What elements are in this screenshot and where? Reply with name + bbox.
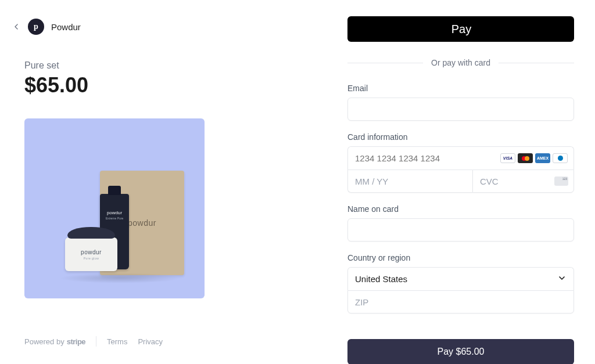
card-brand-icons: VISA AMEX	[500, 153, 568, 163]
amex-icon: AMEX	[535, 153, 550, 163]
email-label: Email	[347, 84, 574, 93]
merchant-name: Powdur	[51, 22, 81, 32]
apple-pay-button[interactable]: Pay	[347, 16, 574, 42]
product-image-jar: powdur Pure glow	[65, 237, 117, 271]
powered-by-label: Powered by	[24, 337, 64, 346]
chevron-down-icon	[557, 273, 567, 284]
product-image-jar-sublabel: Pure glow	[84, 257, 99, 260]
card-expiry-input[interactable]	[347, 170, 472, 193]
pay-button[interactable]: Pay $65.00	[347, 339, 574, 364]
or-divider-text: Or pay with card	[431, 58, 490, 67]
product-image-tube-label: powdur	[107, 210, 122, 215]
footer: Powered by stripe Terms Privacy	[24, 336, 263, 347]
product-image: powdur powdur Extreme Pure powdur Pure g…	[24, 118, 205, 298]
country-label: Country or region	[347, 253, 574, 262]
product-image-jar-label: powdur	[81, 249, 102, 255]
terms-link[interactable]: Terms	[107, 337, 127, 346]
product-image-tube-sublabel: Extreme Pure	[106, 217, 124, 220]
merchant-logo: p	[28, 19, 44, 35]
merchant-header: p Powdur	[12, 19, 263, 35]
zip-input[interactable]	[347, 290, 574, 313]
cvc-hint-icon: 123	[554, 176, 568, 186]
card-field-group: Card information VISA AMEX 123	[347, 132, 574, 193]
name-input[interactable]	[347, 218, 574, 242]
card-number-row: VISA AMEX	[347, 146, 574, 170]
diners-icon	[553, 153, 568, 163]
merchant-logo-letter: p	[34, 22, 38, 31]
name-label: Name on card	[347, 204, 574, 214]
email-field-group: Email	[347, 84, 574, 121]
product-name: Pure set	[24, 60, 263, 71]
country-field-group: Country or region United States	[347, 253, 574, 313]
back-arrow-icon[interactable]	[12, 22, 21, 31]
payment-form-panel: Pay Or pay with card Email Card informat…	[298, 0, 595, 364]
footer-divider	[96, 336, 96, 347]
or-divider: Or pay with card	[347, 58, 574, 67]
visa-icon: VISA	[500, 153, 515, 163]
privacy-link[interactable]: Privacy	[138, 337, 163, 346]
card-label: Card information	[347, 132, 574, 142]
country-selected-value: United States	[355, 274, 407, 284]
email-input[interactable]	[347, 98, 574, 121]
product-price: $65.00	[24, 73, 263, 98]
powered-by: Powered by stripe	[24, 337, 85, 346]
name-field-group: Name on card	[347, 204, 574, 242]
order-summary-panel: p Powdur Pure set $65.00 powdur powdur E…	[0, 0, 298, 364]
card-number-input[interactable]	[355, 147, 500, 170]
apple-pay-label: Pay	[451, 23, 471, 36]
mastercard-icon	[518, 153, 533, 163]
product-image-box-label: powdur	[128, 218, 156, 228]
stripe-logo: stripe	[67, 337, 85, 346]
country-select[interactable]: United States	[347, 267, 574, 290]
